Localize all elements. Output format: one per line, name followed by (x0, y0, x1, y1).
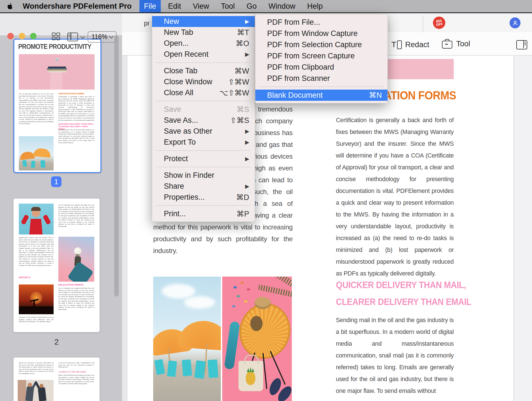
arm-shape (21, 214, 29, 225)
menu-item-label: Show in Finder (164, 171, 249, 180)
file-menu: New ▶ New Tab ⌘T Open... ⌘O Open Recent … (152, 13, 255, 222)
submenu-arrow-icon: ▶ (245, 183, 249, 190)
thumb3-col2a-text: a record of responses, edits, modificati… (58, 362, 94, 369)
close-window-button[interactable] (7, 33, 14, 39)
promo-badge-off: OFF (436, 22, 443, 26)
menu-item-label: PDF from Clipboard (267, 63, 382, 72)
beach-chair-shape (194, 360, 206, 379)
menu-separator (259, 86, 384, 87)
menu-item-properties[interactable]: Properties... ⌘D (152, 192, 255, 203)
minimize-window-button[interactable] (19, 33, 25, 39)
thumb1-title: PROMOTE PRODUCTIVITY (18, 43, 92, 51)
menu-item-close-tab[interactable]: Close Tab ⌘W (152, 65, 255, 76)
thumbnail-page-1[interactable]: PROMOTE PRODUCTIVITY The oil and gas ind… (13, 39, 101, 173)
cloud-shape (184, 296, 215, 309)
collapsed-right-panel[interactable] (513, 56, 532, 401)
menu-item-label: New Tab (164, 28, 231, 37)
menu-item-share[interactable]: Share ▶ (152, 181, 255, 192)
submenu-item-blank-document[interactable]: Blank Document ⌘N (255, 90, 387, 101)
menu-item-open-recent[interactable]: Open Recent ▶ (152, 49, 255, 60)
menu-item-open[interactable]: Open... ⌘O (152, 38, 255, 49)
thumb3-col2b-text: When using PDFelement properly and when … (58, 374, 94, 400)
submenu-item-pdf-from-window-capture[interactable]: PDF from Window Capture (255, 28, 387, 39)
menu-item-show-in-finder[interactable]: Show in Finder (152, 170, 255, 181)
menubar-item-help[interactable]: Help (303, 0, 327, 12)
mini-umbrella-shape (233, 286, 237, 288)
apple-logo-icon[interactable] (7, 3, 13, 10)
menu-item-protect[interactable]: Protect ▶ (152, 153, 255, 164)
beach-chair-shape (167, 361, 177, 377)
menubar-item-window[interactable]: Window (264, 0, 300, 12)
account-avatar[interactable] (510, 17, 520, 28)
thumbnail-page-2[interactable]: you to integrate your graphs and data in… (13, 199, 100, 332)
menu-item-label: Protect (164, 154, 239, 163)
thumb3-highfive-image (18, 380, 54, 401)
menubar-item-go[interactable]: Go (242, 0, 261, 12)
menu-item-new-tab[interactable]: New Tab ⌘T (152, 27, 255, 38)
beach-umbrellas-photo (153, 277, 221, 401)
menu-separator (156, 101, 251, 101)
submenu-item-pdf-from-screen-capture[interactable]: PDF from Screen Capture (255, 50, 387, 61)
menu-item-label: New (164, 17, 239, 26)
sidebar-chevron-icon[interactable] (79, 34, 84, 39)
redact-button[interactable]: T Redact (391, 40, 429, 49)
document-column2-paragraph2: Sending mail in the oil and the gas indu… (336, 314, 454, 397)
menu-item-save-as-other[interactable]: Save as Other ▶ (152, 126, 255, 137)
umbrella-shape (33, 148, 51, 158)
thumb1-col2-text2: Sending mail in the oil and the gas indu… (58, 129, 94, 160)
menu-separator (156, 62, 251, 63)
pink-chair-photo (222, 277, 292, 401)
thumbnail-view-icon[interactable] (52, 33, 60, 40)
menu-item-shortcut: ⌘S (237, 105, 249, 114)
menu-item-label: PDF from Selection Capture (267, 40, 382, 49)
menu-item-label: Properties... (164, 193, 231, 202)
menu-separator (156, 205, 251, 206)
page-number-badge-selected: 1 (51, 176, 61, 187)
sidebar-scrollbar-thumb[interactable] (114, 35, 119, 297)
head-shape (40, 384, 43, 388)
menubar-item-edit[interactable]: Edit (164, 0, 186, 12)
thumb1-hero-image (19, 54, 95, 90)
app-title: Wondershare PDFelement Pro (23, 2, 132, 11)
menu-item-label: Export To (164, 138, 239, 147)
submenu-item-pdf-from-file[interactable]: PDF from File... (255, 17, 387, 28)
glass-stem-shape (57, 61, 57, 65)
menu-item-export-to[interactable]: Export To ▶ (152, 137, 255, 148)
menu-item-print[interactable]: Print... ⌘P (152, 208, 255, 219)
menubar-item-file[interactable]: File (139, 0, 161, 12)
quicker-heading-line2: CLEARER DELIVERY THAN EMAIL (336, 297, 454, 307)
menu-item-close-all[interactable]: Close All ⌥⇧⌘W (152, 87, 255, 98)
new-submenu: PDF from File... PDF from Window Capture… (255, 14, 388, 103)
thumb2-reports-heading: REPORTS (19, 276, 30, 279)
menu-item-save-as[interactable]: Save As... ⇧⌘S (152, 115, 255, 126)
sidebar-toggle-icon[interactable] (67, 33, 78, 41)
umbrella-shape (178, 319, 221, 351)
promo-badge[interactable]: $50 OFF (432, 16, 446, 30)
document-area-gutter (122, 56, 128, 401)
lightbulb-shape (74, 247, 81, 255)
person-shape (38, 387, 47, 401)
thumbnail-page-3[interactable]: allows the company to access information… (13, 357, 100, 401)
thumb2-man-image (19, 204, 54, 234)
straw-hat-shape (254, 297, 271, 309)
person-icon (512, 20, 518, 26)
beach-chair-shape (154, 359, 165, 375)
menubar-item-view[interactable]: View (188, 0, 214, 12)
zoom-level-control[interactable]: 116% (88, 31, 117, 43)
thumb3-liability-heading: LIABILITY DECREASED (58, 370, 86, 373)
menu-item-new[interactable]: New ▶ (152, 16, 255, 27)
right-panel-toggle-icon[interactable] (516, 40, 527, 49)
menu-item-label: Print... (164, 209, 231, 218)
mini-umbrella-shape (237, 295, 240, 297)
submenu-arrow-icon: ▶ (245, 18, 249, 25)
zoom-window-button[interactable] (30, 33, 36, 39)
submenu-item-pdf-from-selection-capture[interactable]: PDF from Selection Capture (255, 39, 387, 50)
menu-item-close-window[interactable]: Close Window ⇧⌘W (152, 76, 255, 87)
tab-document[interactable]: pr (144, 20, 150, 27)
tab-divider (389, 15, 389, 32)
menubar-item-tool[interactable]: Tool (216, 0, 239, 12)
document-column2-paragraph: Certification is generally a back and fo… (336, 114, 454, 279)
submenu-item-pdf-from-scanner[interactable]: PDF from Scanner (255, 73, 387, 84)
tool-button[interactable]: Tool (442, 39, 470, 49)
submenu-item-pdf-from-clipboard[interactable]: PDF from Clipboard (255, 61, 387, 73)
